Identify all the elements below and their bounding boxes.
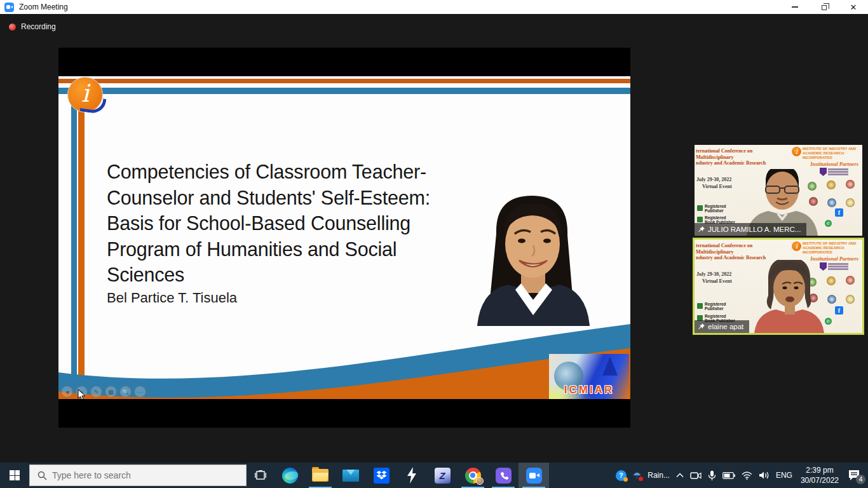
book-publisher-badge-icon bbox=[697, 217, 703, 222]
registered-publisher-label: Registered Publisher bbox=[705, 204, 726, 213]
facebook-icon: f bbox=[835, 208, 843, 217]
battery-tray-button[interactable] bbox=[719, 463, 738, 488]
icmiar-label: ICMIAR bbox=[549, 384, 629, 396]
wifi-tray-button[interactable] bbox=[738, 463, 756, 488]
battery-icon bbox=[722, 472, 735, 479]
help-tray-button[interactable]: ? bbox=[613, 463, 630, 488]
slide-author: Bel Partice T. Tisuela bbox=[107, 290, 237, 306]
previous-slide-button[interactable]: ◄ bbox=[61, 386, 73, 398]
slide-top-stripe-orange bbox=[58, 79, 630, 83]
file-explorer-icon bbox=[312, 469, 329, 482]
partner-logo-icon bbox=[827, 180, 836, 189]
microphone-icon bbox=[708, 470, 716, 481]
university-name-lines bbox=[828, 168, 848, 176]
taskbar-viber[interactable] bbox=[488, 463, 519, 488]
event-date: July 29-30, 2022 bbox=[696, 271, 731, 277]
umbrella-icon: ☂ bbox=[633, 471, 641, 480]
registered-publisher-label: Registered Publisher bbox=[705, 302, 726, 311]
taskbar-edge[interactable] bbox=[275, 463, 305, 488]
recording-indicator[interactable]: Recording bbox=[9, 22, 56, 31]
microphone-tray-button[interactable] bbox=[705, 463, 719, 488]
notification-badge: 4 bbox=[856, 475, 865, 484]
language-indicator[interactable]: ENG bbox=[773, 463, 796, 488]
weather-tray-button[interactable]: ☂ bbox=[630, 463, 644, 488]
taskbar-file-explorer[interactable] bbox=[305, 463, 336, 488]
search-input[interactable] bbox=[52, 470, 224, 480]
minimize-button[interactable] bbox=[780, 0, 810, 14]
zoom-taskbar-icon bbox=[526, 468, 542, 484]
partner-logo-icon bbox=[827, 198, 836, 207]
facebook-icon: f bbox=[835, 306, 843, 315]
volume-icon bbox=[759, 471, 770, 480]
event-date: July 29-30, 2022 bbox=[696, 177, 731, 182]
chrome-profile-badge bbox=[476, 477, 484, 485]
action-center-button[interactable]: 4 bbox=[844, 463, 868, 488]
tray-expand-button[interactable] bbox=[673, 463, 687, 488]
weather-label[interactable]: Rain... bbox=[644, 463, 673, 488]
taskbar-zoom[interactable] bbox=[519, 463, 549, 488]
mouse-cursor bbox=[78, 389, 86, 399]
pin-icon bbox=[698, 226, 705, 233]
icmiar-logo: ICMIAR bbox=[549, 354, 629, 399]
event-type: Virtual Event bbox=[702, 184, 732, 189]
pin-icon bbox=[698, 323, 705, 330]
shared-screen-slide: i Competencies of Classroom Teacher- Cou… bbox=[58, 48, 630, 428]
taskbar-chrome[interactable] bbox=[458, 463, 488, 488]
participant-name-tag: JULIO RAMILLO A. MERC... bbox=[695, 223, 806, 236]
slide-title: Competencies of Classroom Teacher- Couns… bbox=[107, 159, 475, 288]
chevron-up-icon bbox=[676, 473, 684, 478]
mail-icon bbox=[342, 470, 359, 482]
windows-logo-icon bbox=[10, 470, 20, 480]
window-title: Zoom Meeting bbox=[19, 3, 68, 11]
phone-icon: ✆ bbox=[825, 220, 832, 227]
task-view-button[interactable] bbox=[247, 463, 275, 488]
scanner-app-icon: Z bbox=[435, 468, 451, 484]
restore-button[interactable] bbox=[810, 0, 839, 14]
participant-name: elaine apat bbox=[708, 323, 743, 330]
slide-top-stripe-blue bbox=[58, 88, 630, 94]
partner-logo-icon bbox=[846, 198, 855, 207]
clock[interactable]: 2:39 pm 30/07/2022 bbox=[796, 465, 844, 485]
camera-tray-button[interactable] bbox=[687, 463, 705, 488]
lightning-icon bbox=[406, 467, 417, 484]
volume-tray-button[interactable] bbox=[756, 463, 773, 488]
windows-taskbar: Z ? ☂ Rain... bbox=[0, 463, 868, 488]
task-view-icon bbox=[255, 470, 266, 480]
start-button[interactable] bbox=[0, 463, 29, 488]
more-options-button[interactable]: ··· bbox=[134, 386, 146, 398]
participant-elaine-video bbox=[747, 260, 832, 333]
slide-navigator-button[interactable]: ▦ bbox=[105, 386, 117, 398]
taskbar-mail[interactable] bbox=[336, 463, 366, 488]
meeting-area: Recording i Competencies of Classroom Te… bbox=[0, 14, 868, 463]
conference-title: ternational Conference on Multidisciplin… bbox=[696, 148, 778, 166]
participant-video-julio[interactable]: ternational Conference on Multidisciplin… bbox=[695, 145, 862, 236]
institute-name: INSTITUTE OF INDUSTRY AND ACADEMIC RESEA… bbox=[803, 147, 861, 160]
minimize-icon bbox=[792, 6, 798, 8]
camera-in-use-icon bbox=[690, 471, 702, 480]
edge-icon bbox=[282, 468, 298, 484]
publisher-badge-icon bbox=[697, 303, 703, 309]
zoom-slide-button[interactable]: 🔍 bbox=[119, 386, 132, 398]
window-titlebar: Zoom Meeting ✕ bbox=[0, 0, 868, 14]
participant-name: JULIO RAMILLO A. MERC... bbox=[708, 226, 801, 233]
pen-tool-button[interactable]: ✎ bbox=[90, 386, 102, 398]
clock-date: 30/07/2022 bbox=[801, 475, 839, 485]
conference-title: ternational Conference on Multidisciplin… bbox=[696, 243, 778, 261]
close-button[interactable]: ✕ bbox=[839, 0, 868, 14]
event-type: Virtual Event bbox=[702, 278, 732, 284]
help-icon: ? bbox=[616, 470, 627, 481]
icmiar-tower-icon bbox=[602, 356, 618, 376]
taskbar-search[interactable] bbox=[29, 464, 247, 486]
participant-name-tag: elaine apat bbox=[695, 320, 749, 333]
institute-name: INSTITUTE OF INDUSTRY AND ACADEMIC RESEA… bbox=[803, 241, 861, 255]
taskbar-lightning-app[interactable] bbox=[397, 463, 427, 488]
wifi-icon bbox=[742, 471, 752, 480]
participant-video-elaine[interactable]: ternational Conference on Multidisciplin… bbox=[693, 238, 864, 335]
partner-logo-icon bbox=[846, 276, 855, 285]
system-tray: ? ☂ Rain... ENG 2:39 pm 30/07/2022 bbox=[613, 463, 868, 488]
taskbar-dropbox[interactable] bbox=[366, 463, 397, 488]
recording-dot-icon bbox=[9, 24, 16, 30]
taskbar-scanner-app[interactable]: Z bbox=[427, 463, 458, 488]
search-icon bbox=[37, 471, 47, 480]
institute-logo-icon: i bbox=[792, 147, 801, 156]
